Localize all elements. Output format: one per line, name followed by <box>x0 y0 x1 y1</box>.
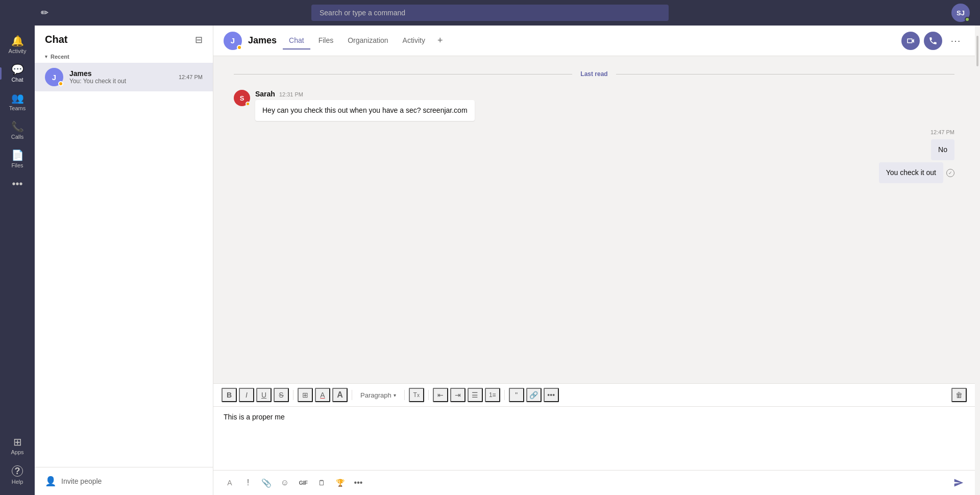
message-content: Sarah 12:31 PM Hey can you check this ou… <box>255 90 475 121</box>
toolbar-divider-3 <box>404 390 405 400</box>
search-bar[interactable]: Search or type a command <box>311 5 669 21</box>
send-button[interactable] <box>950 475 967 491</box>
bold-button[interactable]: B <box>222 388 237 402</box>
font-color-button[interactable]: A <box>315 388 330 402</box>
chat-header-actions: ⋯ <box>901 32 965 50</box>
table-button[interactable]: ⊞ <box>298 388 313 402</box>
outgoing-messages: 12:47 PM No You check it out ✓ <box>234 129 954 183</box>
message-timestamp: 12:31 PM <box>279 91 303 97</box>
main-layout: 🔔 Activity 💬 Chat 👥 Teams 📞 Calls 📄 File… <box>0 26 980 495</box>
filter-icon[interactable]: ⊟ <box>195 34 203 45</box>
sidebar-item-apps[interactable]: ⊞ Apps <box>0 432 35 460</box>
message-meta: Sarah 12:31 PM <box>255 90 475 98</box>
activity-label: Activity <box>9 48 27 54</box>
tab-activity[interactable]: Activity <box>397 32 431 50</box>
toolbar-divider-1 <box>293 390 293 400</box>
attach-file-button[interactable]: 📎 <box>258 475 275 491</box>
left-rail: 🔔 Activity 💬 Chat 👥 Teams 📞 Calls 📄 File… <box>0 26 35 495</box>
invite-people-button[interactable]: 👤 Invite people <box>35 467 213 495</box>
chat-label: Chat <box>11 77 23 83</box>
scrollbar-thumb <box>976 36 978 66</box>
files-icon: 📄 <box>11 150 24 160</box>
delete-button[interactable]: 🗑 <box>951 388 967 402</box>
gif-button[interactable]: GIF <box>295 475 311 491</box>
user-status-dot <box>965 17 970 22</box>
italic-button[interactable]: I <box>239 388 254 402</box>
video-call-button[interactable] <box>901 32 920 50</box>
chat-tabs: Chat Files Organization Activity + <box>283 32 895 50</box>
emoji-button[interactable]: ☺ <box>277 475 293 491</box>
toolbar-divider-5 <box>504 390 505 400</box>
more-options-button[interactable]: ⋯ <box>946 32 965 50</box>
bullets-button[interactable]: ☰ <box>468 388 483 402</box>
files-label: Files <box>11 162 23 168</box>
message-avatar: S <box>234 90 250 106</box>
compose-toolbar: B I U S ⊞ A A Paragraph ▾ Tx ⇤ ⇥ ☰ 1≡ <box>213 384 975 407</box>
contact-status-dot <box>58 81 63 86</box>
compose-input[interactable]: This is a proper me <box>213 407 975 468</box>
last-read-divider: Last read <box>234 70 954 78</box>
messages-area[interactable]: Last read S Sarah 12:31 PM Hey can you c… <box>213 56 975 383</box>
sidebar-item-calls[interactable]: 📞 Calls <box>0 116 35 145</box>
user-avatar[interactable]: SJ <box>951 4 970 22</box>
divider-line-right <box>616 74 954 75</box>
outgoing-bubble-no: No <box>931 139 954 160</box>
urgent-button[interactable]: ! <box>240 475 256 491</box>
sidebar-item-help[interactable]: ? Help <box>0 460 35 490</box>
link-button[interactable]: 🔗 <box>526 388 542 402</box>
apps-label: Apps <box>11 449 23 455</box>
chat-list-item[interactable]: J James You: You check it out 12:47 PM <box>35 63 213 91</box>
delivered-icon: ✓ <box>946 169 954 177</box>
chat-icon: 💬 <box>11 64 24 75</box>
collapse-icon[interactable]: ▾ <box>45 54 47 59</box>
numbered-list-button[interactable]: 1≡ <box>485 388 500 402</box>
invite-icon: 👤 <box>45 476 56 487</box>
strikethrough-button[interactable]: S <box>274 388 289 402</box>
quote-button[interactable]: " <box>509 388 524 402</box>
phone-icon <box>928 36 938 45</box>
more-actions-button[interactable]: ••• <box>350 475 366 491</box>
toolbar-divider-4 <box>428 390 429 400</box>
sidebar-header: Chat ⊟ <box>35 26 213 51</box>
top-bar: ✏ Search or type a command SJ <box>0 0 980 26</box>
clear-format-button[interactable]: Tx <box>409 388 424 402</box>
underline-button[interactable]: U <box>256 388 272 402</box>
sidebar-item-files[interactable]: 📄 Files <box>0 145 35 174</box>
decrease-indent-button[interactable]: ⇤ <box>433 388 448 402</box>
help-label: Help <box>12 479 23 485</box>
teams-label: Teams <box>9 105 26 111</box>
sticker-button[interactable]: 🗒 <box>313 475 330 491</box>
divider-line-left <box>234 74 572 75</box>
outgoing-timestamp: 12:47 PM <box>930 129 954 135</box>
sidebar-title: Chat <box>45 34 67 45</box>
tab-files[interactable]: Files <box>312 32 340 50</box>
calls-label: Calls <box>11 134 23 140</box>
chat-time: 12:47 PM <box>179 74 203 80</box>
sidebar-item-more[interactable]: ••• <box>0 174 35 194</box>
audio-call-button[interactable] <box>924 32 942 50</box>
paragraph-label: Paragraph <box>360 391 391 399</box>
message-bubble: Hey can you check this out when you have… <box>255 100 475 121</box>
recent-label: Recent <box>51 54 69 60</box>
help-icon: ? <box>12 465 23 477</box>
activity-icon: 🔔 <box>11 36 24 46</box>
send-icon <box>953 478 964 488</box>
more-icon: ••• <box>12 179 22 189</box>
format-button[interactable]: A <box>222 475 238 491</box>
compose-icon[interactable]: ✏ <box>41 7 48 18</box>
message-sender-name: Sarah <box>255 90 275 98</box>
compose-area: B I U S ⊞ A A Paragraph ▾ Tx ⇤ ⇥ ☰ 1≡ <box>213 383 975 495</box>
more-format-button[interactable]: ••• <box>544 388 559 402</box>
praise-button[interactable]: 🏆 <box>332 475 348 491</box>
tab-chat[interactable]: Chat <box>283 32 310 50</box>
tab-add-button[interactable]: + <box>433 35 447 46</box>
sidebar-item-teams[interactable]: 👥 Teams <box>0 88 35 116</box>
tab-organization[interactable]: Organization <box>341 32 394 50</box>
font-size-button[interactable]: A <box>332 388 348 402</box>
increase-indent-button[interactable]: ⇥ <box>450 388 465 402</box>
paragraph-dropdown[interactable]: Paragraph ▾ <box>356 391 400 399</box>
chat-info: James You: You check it out <box>69 69 173 85</box>
sidebar-item-chat[interactable]: 💬 Chat <box>0 59 35 88</box>
sidebar-item-activity[interactable]: 🔔 Activity <box>0 31 35 59</box>
message-sender-status <box>246 102 250 106</box>
